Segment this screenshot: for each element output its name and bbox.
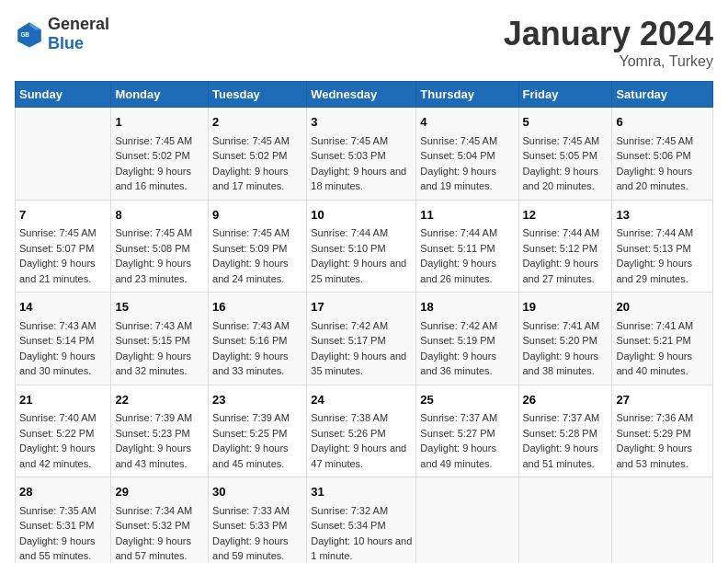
cell-info: Daylight: 9 hours and 20 minutes. [616,164,709,194]
logo: GB General Blue [15,15,109,53]
cell-w5-d5 [416,477,518,564]
cell-info: Sunrise: 7:45 AM [115,133,204,149]
cell-info: Sunrise: 7:39 AM [212,410,302,426]
day-number: 26 [523,391,609,409]
cell-w1-d4: 3Sunrise: 7:45 AMSunset: 5:03 PMDaylight… [307,108,416,201]
cell-w5-d1: 28Sunrise: 7:35 AMSunset: 5:31 PMDayligh… [16,477,111,564]
day-number: 31 [311,483,412,501]
cell-info: Daylight: 9 hours and 23 minutes. [115,256,204,286]
day-number: 25 [420,391,514,409]
cell-info: Sunrise: 7:33 AM [212,503,302,519]
day-number: 7 [19,206,107,224]
cell-info: Sunset: 5:12 PM [523,241,609,257]
cell-w2-d6: 12Sunrise: 7:44 AMSunset: 5:12 PMDayligh… [518,200,612,293]
logo-icon: GB [15,19,44,49]
cell-w4-d2: 22Sunrise: 7:39 AMSunset: 5:23 PMDayligh… [111,385,209,477]
cell-info: Sunset: 5:10 PM [311,241,412,257]
cell-info: Sunset: 5:07 PM [19,241,107,257]
cell-info: Daylight: 9 hours and 49 minutes. [420,441,514,471]
cell-w2-d4: 10Sunrise: 7:44 AMSunset: 5:10 PMDayligh… [307,200,416,293]
header-row: SundayMondayTuesdayWednesdayThursdayFrid… [16,82,713,108]
cell-w2-d1: 7Sunrise: 7:45 AMSunset: 5:07 PMDaylight… [16,200,111,293]
cell-info: Daylight: 9 hours and 19 minutes. [420,164,514,194]
cell-info: Daylight: 9 hours and 53 minutes. [616,441,709,471]
cell-info: Daylight: 9 hours and 38 minutes. [523,349,609,379]
cell-info: Daylight: 9 hours and 21 minutes. [19,256,107,286]
cell-info: Sunset: 5:04 PM [420,148,514,164]
cell-info: Sunrise: 7:45 AM [115,225,204,241]
cell-info: Sunrise: 7:44 AM [523,225,609,241]
cell-info: Sunset: 5:19 PM [420,333,514,349]
cell-info: Sunrise: 7:41 AM [523,318,609,334]
cell-info: Sunset: 5:29 PM [616,426,709,442]
cell-info: Daylight: 9 hours and 26 minutes. [420,256,514,286]
day-number: 4 [420,113,514,132]
cell-info: Sunrise: 7:42 AM [420,318,514,334]
cell-info: Daylight: 9 hours and 18 minutes. [311,164,412,194]
cell-info: Sunrise: 7:44 AM [616,225,709,241]
day-number: 22 [115,391,204,409]
cell-info: Sunrise: 7:45 AM [212,225,302,241]
cell-info: Sunrise: 7:37 AM [420,410,514,426]
cell-info: Sunset: 5:03 PM [311,148,412,164]
cell-w3-d4: 17Sunrise: 7:42 AMSunset: 5:17 PMDayligh… [307,293,416,385]
cell-w5-d6 [518,477,612,564]
cell-w3-d3: 16Sunrise: 7:43 AMSunset: 5:16 PMDayligh… [209,293,307,385]
cell-info: Sunset: 5:11 PM [420,241,514,257]
day-number: 19 [523,298,609,316]
day-number: 6 [616,113,709,132]
day-number: 11 [420,206,514,224]
day-number: 28 [19,483,107,501]
cell-info: Sunrise: 7:43 AM [19,318,107,334]
cell-info: Sunrise: 7:42 AM [311,318,412,334]
cell-info: Daylight: 9 hours and 45 minutes. [212,441,302,471]
cell-info: Daylight: 9 hours and 32 minutes. [115,349,204,379]
cell-w4-d3: 23Sunrise: 7:39 AMSunset: 5:25 PMDayligh… [209,385,307,477]
cell-info: Sunset: 5:02 PM [212,148,302,164]
subtitle: Yomra, Turkey [504,53,713,70]
cell-info: Daylight: 9 hours and 29 minutes. [616,256,709,286]
cell-w1-d7: 6Sunrise: 7:45 AMSunset: 5:06 PMDaylight… [612,108,713,201]
cell-info: Sunrise: 7:45 AM [420,133,514,149]
col-header-friday: Friday [518,82,612,108]
cell-info: Daylight: 9 hours and 25 minutes. [311,256,412,286]
cell-w4-d4: 24Sunrise: 7:38 AMSunset: 5:26 PMDayligh… [307,385,416,477]
cell-info: Daylight: 9 hours and 35 minutes. [311,349,412,379]
cell-info: Sunrise: 7:35 AM [19,503,107,519]
cell-w5-d3: 30Sunrise: 7:33 AMSunset: 5:33 PMDayligh… [209,477,307,564]
cell-info: Daylight: 9 hours and 33 minutes. [212,349,302,379]
cell-info: Daylight: 10 hours and 1 minute. [311,534,412,564]
cell-info: Sunset: 5:08 PM [115,241,204,257]
day-number: 1 [115,113,204,132]
cell-w2-d7: 13Sunrise: 7:44 AMSunset: 5:13 PMDayligh… [612,200,713,293]
cell-w2-d2: 8Sunrise: 7:45 AMSunset: 5:08 PMDaylight… [111,200,209,293]
cell-w1-d2: 1Sunrise: 7:45 AMSunset: 5:02 PMDaylight… [111,108,209,201]
week-row-4: 21Sunrise: 7:40 AMSunset: 5:22 PMDayligh… [16,385,713,477]
logo-blue-text: Blue [48,34,84,52]
cell-info: Daylight: 9 hours and 30 minutes. [19,349,107,379]
cell-w2-d5: 11Sunrise: 7:44 AMSunset: 5:11 PMDayligh… [416,200,518,293]
cell-info: Sunset: 5:27 PM [420,426,514,442]
cell-info: Sunset: 5:15 PM [115,333,204,349]
cell-w5-d2: 29Sunrise: 7:34 AMSunset: 5:32 PMDayligh… [111,477,209,564]
header: GB General Blue January 2024 Yomra, Turk… [15,15,713,70]
cell-info: Sunset: 5:31 PM [19,518,107,534]
cell-info: Sunrise: 7:38 AM [311,410,412,426]
cell-info: Sunrise: 7:32 AM [311,503,412,519]
day-number: 3 [311,113,412,132]
cell-w4-d5: 25Sunrise: 7:37 AMSunset: 5:27 PMDayligh… [416,385,518,477]
cell-w4-d1: 21Sunrise: 7:40 AMSunset: 5:22 PMDayligh… [16,385,111,477]
cell-info: Sunrise: 7:36 AM [616,410,709,426]
cell-w3-d1: 14Sunrise: 7:43 AMSunset: 5:14 PMDayligh… [16,293,111,385]
cell-info: Daylight: 9 hours and 57 minutes. [115,534,204,564]
calendar-table: SundayMondayTuesdayWednesdayThursdayFrid… [15,81,713,563]
cell-info: Sunset: 5:13 PM [616,241,709,257]
day-number: 8 [115,206,204,224]
day-number: 15 [115,298,204,316]
day-number: 9 [212,206,302,224]
cell-info: Sunset: 5:34 PM [311,518,412,534]
cell-info: Sunset: 5:22 PM [19,426,107,442]
day-number: 5 [523,113,609,132]
col-header-thursday: Thursday [416,82,518,108]
cell-info: Daylight: 9 hours and 47 minutes. [311,441,412,471]
